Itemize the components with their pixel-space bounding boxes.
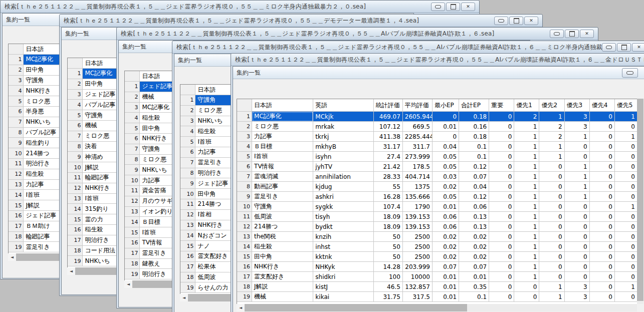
cell[interactable]: 0.06 [433, 222, 459, 232]
cell[interactable]: 1 [565, 162, 590, 172]
cell[interactable]: 0 [489, 252, 514, 262]
cell[interactable]: 1 [565, 132, 590, 142]
cell[interactable]: 1 [514, 182, 539, 192]
cell[interactable]: 0 [590, 222, 615, 232]
cell[interactable]: sygkk [313, 202, 373, 212]
table-row[interactable]: 16NHK行きNHKyk14.28203.9990.070.07010000 [237, 262, 637, 272]
cell[interactable]: 27.4 [374, 152, 403, 162]
cell[interactable]: 31.75 [374, 292, 403, 302]
panel-title-bar[interactable]: 集約一覧 [233, 67, 644, 79]
cell[interactable]: 203.999 [403, 262, 433, 272]
minimize-button[interactable] [494, 17, 508, 25]
cell[interactable]: 低周波 [252, 212, 313, 222]
cell[interactable]: 1 [514, 252, 539, 262]
cell[interactable]: 0 [615, 122, 637, 132]
cell[interactable]: ミロク悪 [252, 122, 313, 132]
cell[interactable]: 0.01 [433, 282, 459, 292]
cell[interactable]: 0 [489, 152, 514, 162]
cell[interactable]: 178.5 [403, 162, 433, 172]
cell[interactable]: MCkjk [313, 112, 373, 122]
cell[interactable]: 0 [489, 262, 514, 272]
cell[interactable]: 0 [489, 132, 514, 142]
cell[interactable]: MC記事化 [252, 112, 313, 122]
cell[interactable]: 311.7 [403, 142, 433, 152]
cell[interactable]: 0.35 [459, 282, 489, 292]
cell[interactable]: 0 [590, 292, 615, 302]
cell[interactable]: 2285.444 [403, 132, 433, 142]
cell[interactable]: 669.5 [403, 122, 433, 132]
cell[interactable]: 0.01 [433, 272, 459, 282]
cell[interactable]: 1 [514, 212, 539, 222]
cell[interactable]: 1 [615, 202, 637, 212]
cell[interactable]: 1790 [403, 202, 433, 212]
cell[interactable]: 0 [615, 182, 637, 192]
cell[interactable]: 1 [565, 192, 590, 202]
title-bar[interactable]: 検索[ｔｈｅ２５１１２２＿＿質量制御再現公表１，５＿＿ジェド霊界ラジオ再現０，５… [1, 1, 479, 13]
cell[interactable]: 0 [615, 172, 637, 182]
cell[interactable]: 0 [489, 282, 514, 292]
cell[interactable]: 3 [565, 282, 590, 292]
cell[interactable]: 0 [615, 232, 637, 242]
cell[interactable]: 0 [539, 272, 564, 282]
table-row[interactable]: 2ミロク悪mrkak107.12669.50.010.16012300 [237, 122, 637, 132]
column-header[interactable]: 優先1 [514, 99, 539, 112]
cell[interactable]: 404.714 [403, 172, 433, 182]
column-header[interactable]: 優先2 [539, 99, 564, 112]
cell[interactable]: 0.12 [459, 162, 489, 172]
cell[interactable]: 0.01 [459, 272, 489, 282]
cell[interactable]: 2605.944 [403, 112, 433, 122]
cell[interactable]: 0 [615, 292, 637, 302]
table-row[interactable]: 14稲生殺inhst5025000.020.02010000 [237, 242, 637, 252]
cell[interactable]: 1 [514, 122, 539, 132]
cell[interactable]: 0.05 [433, 192, 459, 202]
cell[interactable]: 31.17 [374, 142, 403, 152]
cell[interactable]: 0 [615, 192, 637, 202]
cell[interactable]: 0 [590, 202, 615, 212]
cell[interactable]: 守護角 [252, 202, 313, 212]
cell[interactable]: 273.999 [403, 152, 433, 162]
cell[interactable]: 0 [590, 272, 615, 282]
cell[interactable]: 0 [433, 112, 459, 122]
cell[interactable]: 0.04 [433, 142, 459, 152]
cell[interactable]: 0.1 [459, 292, 489, 302]
cell[interactable]: 0.02 [433, 242, 459, 252]
scroll-left-icon[interactable]: ◄ [67, 267, 75, 275]
cell[interactable]: 0.02 [433, 182, 459, 192]
cell[interactable]: 10000 [403, 272, 433, 282]
cell[interactable]: 0 [590, 262, 615, 272]
cell[interactable]: 0 [489, 222, 514, 232]
cell[interactable]: 1 [615, 112, 637, 122]
cell[interactable]: 469.07 [374, 112, 403, 122]
cell[interactable]: 0 [615, 152, 637, 162]
cell[interactable]: 3 [565, 292, 590, 302]
cell[interactable]: 1 [514, 152, 539, 162]
cell[interactable]: 1 [514, 192, 539, 202]
cell[interactable]: Ｂ目標 [252, 142, 313, 152]
cell[interactable]: 28.33 [374, 172, 403, 182]
cell[interactable]: 動画記事 [252, 182, 313, 192]
cell[interactable]: 2500 [403, 252, 433, 262]
cell[interactable]: 霊足引き [252, 192, 313, 202]
close-button[interactable]: ✕ [461, 3, 475, 11]
cell[interactable]: 0 [489, 192, 514, 202]
cell[interactable]: 0 [590, 172, 615, 182]
column-header[interactable]: 英語 [313, 99, 373, 112]
cell[interactable]: 0 [539, 192, 564, 202]
table-row[interactable]: 13the関税knzih5025000.020.02010000 [237, 232, 637, 242]
table-row[interactable]: 12214勝つbydkt18.09139.1530.060.13010000 [237, 222, 637, 232]
column-header[interactable]: 合計EP [459, 99, 489, 112]
cell[interactable]: 317.5 [403, 292, 433, 302]
cell[interactable]: 107.4 [374, 202, 403, 212]
cell[interactable]: 1 [514, 132, 539, 142]
cell[interactable]: 0.01 [433, 122, 459, 132]
cell[interactable]: 0.18 [459, 132, 489, 142]
cell[interactable]: 2500 [403, 232, 433, 242]
cell[interactable]: 0.02 [459, 252, 489, 262]
cell[interactable]: 1375 [403, 182, 433, 192]
cell[interactable]: 46.5 [374, 282, 403, 292]
maximize-button[interactable] [617, 43, 631, 52]
table-row[interactable]: 15田中角kktnk5025000.020.02010000 [237, 252, 637, 262]
cell[interactable]: 139.153 [403, 222, 433, 232]
title-bar[interactable]: 検索[ｔｈｅ２５１１２２＿＿質量制御再現公表１，５＿＿ジェド霊界ラジオ再現０，５… [231, 54, 644, 66]
cell[interactable]: 0 [514, 292, 539, 302]
